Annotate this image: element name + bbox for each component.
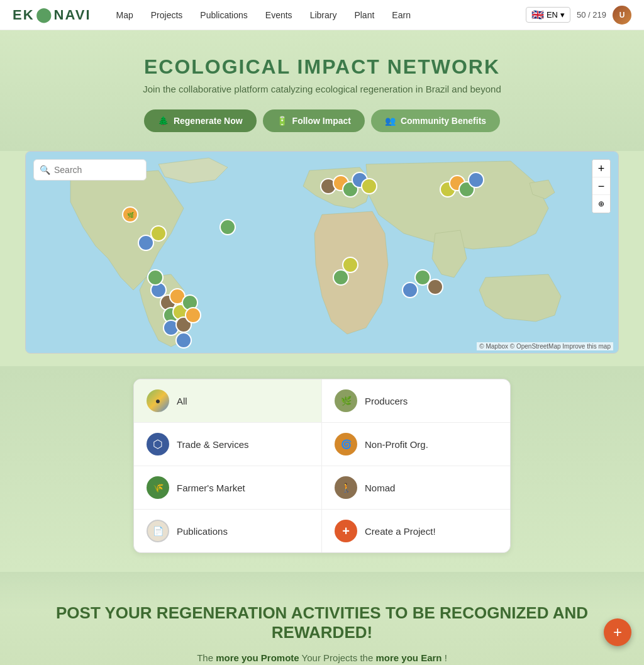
publications-icon: 📄: [147, 520, 169, 542]
nav-events[interactable]: Events: [265, 10, 292, 20]
world-map[interactable]: 🌿: [26, 152, 618, 353]
nav-map[interactable]: Map: [116, 10, 133, 20]
subtitle-promote: more you Promote: [216, 652, 299, 663]
subtitle-middle: Your Projects the: [302, 652, 376, 663]
svg-point-24: [402, 282, 418, 298]
regenerate-now-button[interactable]: 🌲 Regenerate Now: [144, 109, 257, 132]
filter-nomad[interactable]: 🚶 Nomad: [322, 466, 510, 510]
community-benefits-button[interactable]: 👥 Community Benefits: [371, 109, 500, 132]
nav-earn[interactable]: Earn: [392, 10, 411, 20]
chevron-down-icon: ▾: [560, 10, 565, 20]
svg-point-23: [343, 257, 358, 272]
hero-buttons: 🌲 Regenerate Now 🔋 Follow Impact 👥 Commu…: [13, 109, 631, 132]
hero-title: ECOLOGICAL IMPACT NETWORK: [13, 55, 631, 79]
nomad-icon: 🚶: [335, 476, 357, 499]
filter-nomad-label: Nomad: [365, 483, 395, 493]
search-icon: 🔍: [40, 165, 50, 175]
community-label: Community Benefits: [401, 116, 486, 126]
map-container: 🔍 + − ⊕: [0, 151, 644, 366]
filter-nonprofit[interactable]: 🌀 Non-Profit Org.: [322, 423, 510, 466]
users-icon: 👥: [385, 116, 396, 126]
count-badge: 50 / 219: [577, 10, 606, 20]
fab-button[interactable]: +: [604, 618, 631, 646]
svg-point-21: [362, 179, 377, 194]
follow-impact-button[interactable]: 🔋 Follow Impact: [263, 109, 365, 132]
nav-projects[interactable]: Projects: [151, 10, 183, 20]
filter-producers-label: Producers: [365, 396, 408, 406]
filter-publications-label: Publications: [177, 526, 228, 537]
compass-button[interactable]: ⊕: [592, 195, 610, 213]
logo-text: EK: [13, 7, 35, 23]
filter-grid: ● All 🌿 Producers ⬡ Trade & Services 🌀 N…: [133, 379, 511, 553]
filter-trade[interactable]: ⬡ Trade & Services: [134, 423, 322, 466]
filter-trade-label: Trade & Services: [177, 439, 249, 450]
filter-producers[interactable]: 🌿 Producers: [322, 379, 510, 423]
navbar: EK ⬤ NAVI Map Projects Publications Even…: [0, 0, 644, 30]
trade-icon: ⬡: [147, 433, 169, 455]
follow-label: Follow Impact: [292, 116, 351, 126]
zoom-in-button[interactable]: +: [592, 160, 610, 177]
farmers-icon: 🌾: [147, 476, 169, 499]
filter-create-label: Create a Project!: [365, 526, 436, 537]
svg-point-15: [176, 333, 191, 348]
svg-point-5: [220, 220, 235, 235]
filter-all[interactable]: ● All: [134, 379, 322, 423]
svg-point-25: [415, 270, 430, 285]
hero-subtitle: Join the collaborative platform catalyzi…: [13, 84, 631, 94]
svg-point-26: [428, 279, 443, 294]
map-wrapper: 🔍 + − ⊕: [25, 151, 619, 354]
lang-label: EN: [547, 10, 558, 20]
logo-leaf-icon: ⬤: [36, 7, 53, 23]
tree-icon: 🌲: [158, 116, 169, 126]
post-section: POST YOUR REGENERATION ACTIVITIES TO BE …: [0, 572, 644, 665]
zoom-out-button[interactable]: −: [592, 177, 610, 195]
create-project-icon: +: [335, 520, 357, 542]
filter-farmers-label: Farmer's Market: [177, 483, 245, 493]
filter-create-project[interactable]: + Create a Project!: [322, 510, 510, 552]
svg-point-14: [186, 308, 201, 323]
nav-library[interactable]: Library: [310, 10, 337, 20]
svg-point-4: [151, 226, 166, 241]
regenerate-label: Regenerate Now: [174, 116, 243, 126]
flag-icon: 🇬🇧: [531, 9, 544, 21]
subtitle-earn: more you Earn: [375, 652, 441, 663]
filter-section: ● All 🌿 Producers ⬡ Trade & Services 🌀 N…: [0, 366, 644, 572]
filter-publications[interactable]: 📄 Publications: [134, 510, 322, 552]
post-title: POST YOUR REGENERATION ACTIVITIES TO BE …: [25, 603, 619, 642]
subtitle-prefix: The: [197, 652, 216, 663]
subtitle-suffix: !: [445, 652, 447, 663]
svg-point-16: [148, 270, 163, 285]
language-selector[interactable]: 🇬🇧 EN ▾: [526, 7, 570, 23]
nav-plant[interactable]: Plant: [354, 10, 374, 20]
map-search: 🔍: [33, 159, 147, 181]
bolt-icon: 🔋: [277, 116, 287, 126]
map-attribution: © Mapbox © OpenStreetMap Improve this ma…: [477, 342, 613, 350]
nav-links: Map Projects Publications Events Library…: [116, 10, 526, 20]
post-subtitle: The more you Promote Your Projects the m…: [25, 652, 619, 663]
nav-publications[interactable]: Publications: [200, 10, 248, 20]
producers-icon: 🌿: [335, 389, 357, 412]
nonprofit-icon: 🌀: [335, 433, 357, 455]
nav-right: 🇬🇧 EN ▾ 50 / 219 U: [526, 6, 631, 25]
hero-section: ECOLOGICAL IMPACT NETWORK Join the colla…: [0, 30, 644, 151]
filter-all-label: All: [177, 396, 187, 406]
all-icon: ●: [147, 389, 169, 412]
filter-farmers[interactable]: 🌾 Farmer's Market: [134, 466, 322, 510]
logo[interactable]: EK ⬤ NAVI: [13, 7, 91, 23]
svg-point-22: [333, 270, 348, 285]
svg-point-3: [138, 235, 153, 250]
logo-text-2: NAVI: [54, 7, 91, 23]
search-input[interactable]: [33, 159, 147, 181]
map-zoom-controls: + − ⊕: [592, 159, 611, 213]
svg-point-30: [469, 172, 484, 187]
svg-text:🌿: 🌿: [127, 211, 135, 219]
filter-nonprofit-label: Non-Profit Org.: [365, 439, 428, 450]
avatar[interactable]: U: [613, 6, 631, 25]
